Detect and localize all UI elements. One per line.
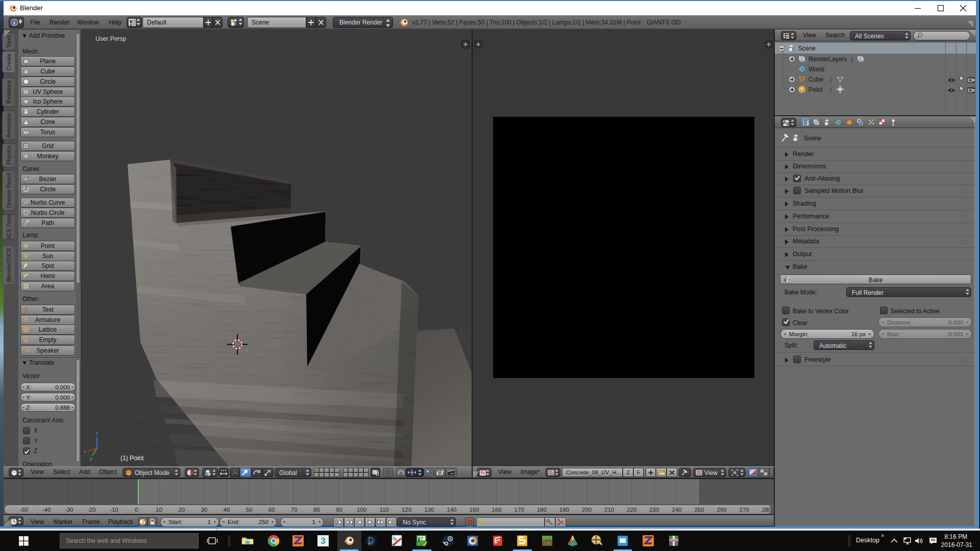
svg-text:x: x xyxy=(84,449,86,454)
svg-text:i: i xyxy=(13,19,15,26)
svg-text:z: z xyxy=(95,431,98,436)
svg-text:(1) Point: (1) Point xyxy=(120,455,144,462)
svg-text:y: y xyxy=(90,456,92,461)
svg-text:F: F xyxy=(24,307,28,314)
svg-text:3: 3 xyxy=(321,536,325,546)
svg-text:User Persp: User Persp xyxy=(95,35,126,42)
